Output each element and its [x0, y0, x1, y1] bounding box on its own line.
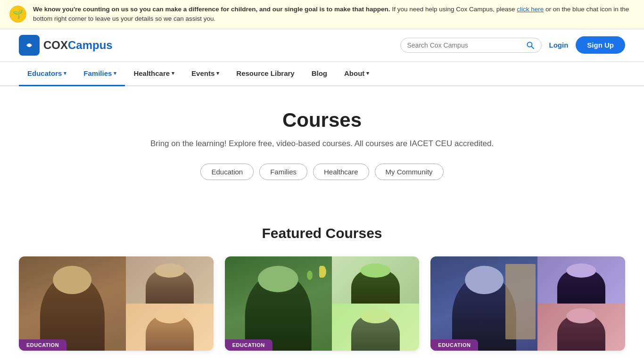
banner-text: We know you're counting on us so you can… — [33, 5, 635, 24]
course-card-1-badge: EDUCATION — [19, 339, 66, 351]
blog-label: Blog — [312, 69, 327, 77]
healthcare-label: Healthcare — [133, 69, 170, 77]
nav-item-healthcare[interactable]: Healthcare ▾ — [125, 62, 183, 86]
course-card-3-badge: EDUCATION — [430, 339, 478, 351]
nav-item-families[interactable]: Families ▾ — [75, 62, 125, 86]
svg-point-1 — [28, 44, 31, 47]
logo-icon — [19, 35, 40, 56]
course-card-2-badge: EDUCATION — [225, 339, 272, 351]
course-card-1[interactable]: EDUCATION — [19, 256, 214, 351]
events-label: Events — [191, 69, 215, 77]
course-card-1-image: EDUCATION — [19, 256, 214, 351]
site-logo[interactable]: COXCampus — [19, 35, 113, 56]
search-box[interactable] — [400, 38, 542, 53]
search-button[interactable] — [526, 41, 535, 49]
page-hero: Courses Bring on the learning! Explore f… — [0, 86, 644, 225]
resource-library-label: Resource Library — [236, 69, 294, 77]
nav-item-blog[interactable]: Blog — [303, 62, 336, 86]
nav-item-educators[interactable]: Educators ▾ — [19, 62, 75, 86]
families-chevron-icon: ▾ — [114, 70, 116, 76]
banner-text-bold: We know you're counting on us so you can… — [33, 6, 390, 13]
events-chevron-icon: ▾ — [216, 70, 219, 76]
filter-tag-education[interactable]: Education — [200, 164, 254, 180]
logo-text: COXCampus — [43, 39, 113, 52]
courses-grid: EDUCATION — [19, 256, 625, 351]
svg-line-3 — [531, 46, 534, 49]
filter-tag-families[interactable]: Families — [259, 164, 307, 180]
nav-item-about[interactable]: About ▾ — [336, 62, 378, 86]
course-card-2[interactable]: EDUCATION — [225, 256, 420, 351]
about-label: About — [344, 69, 364, 77]
filter-tag-healthcare[interactable]: Healthcare — [313, 164, 369, 180]
nav-item-events[interactable]: Events ▾ — [183, 62, 228, 86]
page-subtitle: Bring on the learning! Explore free, vid… — [19, 139, 625, 148]
about-chevron-icon: ▾ — [366, 70, 369, 76]
banner-click-here-link[interactable]: click here — [517, 6, 544, 13]
login-button[interactable]: Login — [549, 41, 569, 49]
nav-item-resource-library[interactable]: Resource Library — [228, 62, 303, 86]
main-navigation: Educators ▾ Families ▾ Healthcare ▾ Even… — [0, 62, 644, 86]
course-card-3[interactable]: EDUCATION — [430, 256, 625, 351]
notification-banner: 🌱 We know you're counting on us so you c… — [0, 0, 644, 29]
healthcare-chevron-icon: ▾ — [172, 70, 174, 76]
educators-label: Educators — [27, 69, 62, 77]
header-right: Login Sign Up — [400, 36, 626, 54]
families-label: Families — [83, 69, 112, 77]
featured-courses-section: Featured Courses — [0, 225, 644, 362]
site-header: COXCampus Login Sign Up — [0, 29, 644, 62]
filter-tags-container: Education Families Healthcare My Communi… — [19, 164, 625, 180]
educators-chevron-icon: ▾ — [64, 70, 66, 76]
signup-button[interactable]: Sign Up — [576, 36, 625, 54]
banner-icon: 🌱 — [9, 6, 26, 23]
course-card-2-image: EDUCATION — [225, 256, 420, 351]
banner-text-normal: If you need help using Cox Campus, pleas… — [392, 6, 517, 13]
search-input[interactable] — [407, 41, 526, 49]
featured-courses-title: Featured Courses — [19, 225, 625, 241]
page-title: Courses — [19, 109, 625, 132]
course-card-3-image: EDUCATION — [430, 256, 625, 351]
filter-tag-my-community[interactable]: My Community — [375, 164, 444, 180]
